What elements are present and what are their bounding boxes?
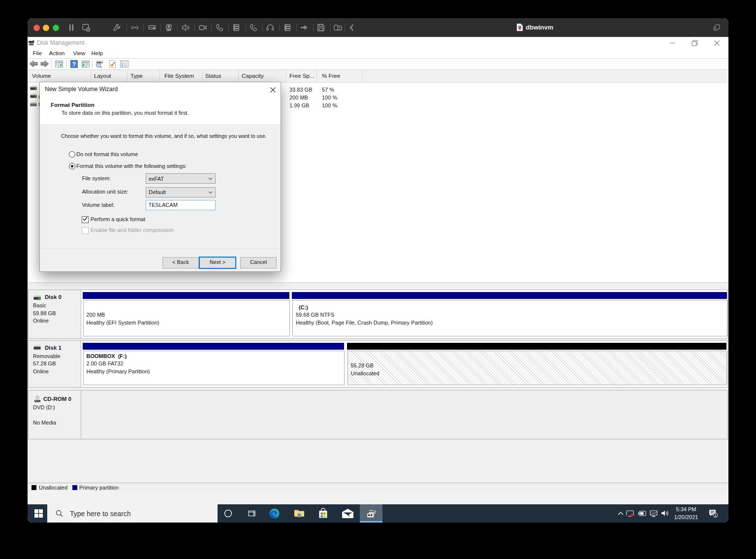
svg-text:?: ? — [72, 61, 76, 68]
svg-text:1: 1 — [714, 513, 717, 518]
